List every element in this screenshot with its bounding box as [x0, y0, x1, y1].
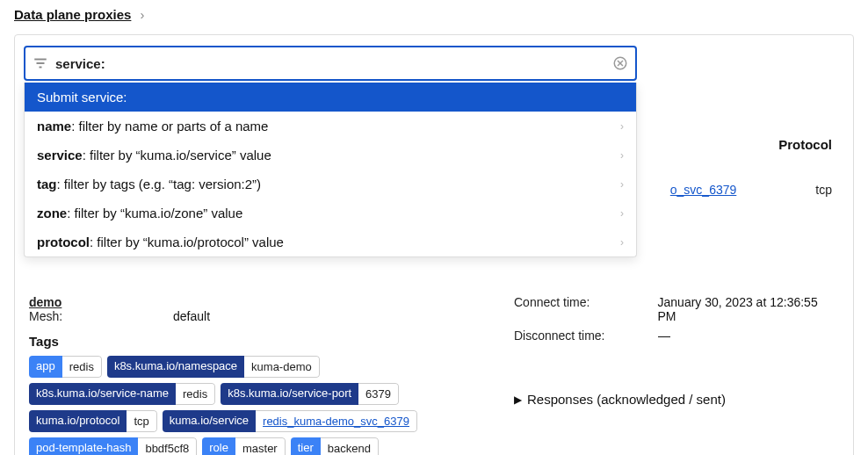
tag-key: role [202, 437, 235, 455]
details-right: Connect time: January 30, 2023 at 12:36:… [514, 295, 839, 455]
tag-role: rolemaster [202, 437, 285, 455]
chevron-right-icon: › [620, 149, 624, 162]
chevron-right-icon: › [620, 120, 624, 133]
tag-pod-template-hash: pod-template-hashbbdf5cf8 [29, 437, 197, 455]
table-row[interactable]: o_svc_6379 tcp [670, 183, 832, 197]
breadcrumb-link[interactable]: Data plane proxies [14, 7, 131, 22]
dropdown-item-label: service: filter by “kuma.io/service” val… [37, 148, 271, 162]
dropdown-submit-label: Submit service: [37, 90, 127, 105]
dropdown-submit[interactable]: Submit service: [25, 83, 636, 112]
protocol-cell: tcp [815, 183, 832, 197]
search-input[interactable] [48, 56, 612, 71]
tags-heading: Tags [29, 334, 486, 349]
search-box[interactable] [24, 46, 637, 81]
dropdown-item-label: name: filter by name or parts of a name [37, 119, 268, 134]
tag-key: app [29, 356, 62, 378]
tag-value: tcp [127, 410, 156, 432]
mesh-value: default [173, 309, 210, 323]
tag-app: appredis [29, 356, 102, 378]
disconnect-time-value: — [658, 329, 670, 343]
clear-icon[interactable] [612, 55, 628, 71]
tag-value: 6379 [358, 383, 399, 405]
tag-value: backend [321, 437, 379, 455]
dropdown-item-protocol[interactable]: protocol: filter by “kuma.io/protocol” v… [25, 228, 636, 256]
tag-tier: tierbackend [291, 437, 379, 455]
chevron-right-icon: › [141, 7, 145, 22]
breadcrumb: Data plane proxies › [0, 0, 868, 29]
responses-label: Responses (acknowledged / sent) [527, 392, 726, 407]
tag-key: kuma.io/protocol [29, 410, 127, 432]
tag-k8s-kuma-io-service-name: k8s.kuma.io/service-nameredis [29, 383, 215, 405]
tag-key: kuma.io/service [163, 410, 256, 432]
tag-kuma-io-protocol: kuma.io/protocoltcp [29, 410, 157, 432]
search-wrap: Submit service: name: filter by name or … [24, 46, 637, 81]
tag-value: bbdf5cf8 [138, 437, 197, 455]
details-left: demo Mesh: default Tags appredisk8s.kuma… [29, 295, 486, 455]
tag-key: k8s.kuma.io/service-port [221, 383, 358, 405]
tags-container: appredisk8s.kuma.io/namespacekuma-demok8… [29, 356, 486, 455]
tag-key: k8s.kuma.io/service-name [29, 383, 176, 405]
demo-link[interactable]: demo [29, 295, 486, 309]
dropdown-item-tag[interactable]: tag: filter by tags (e.g. “tag: version:… [25, 170, 636, 199]
filter-dropdown: Submit service: name: filter by name or … [24, 83, 637, 257]
column-header-protocol: Protocol [778, 137, 832, 152]
mesh-label: Mesh: [29, 309, 173, 323]
connect-time-label: Connect time: [514, 295, 658, 323]
tag-value: redis [176, 383, 215, 405]
dropdown-item-label: protocol: filter by “kuma.io/protocol” v… [37, 235, 284, 249]
details-section: demo Mesh: default Tags appredisk8s.kuma… [24, 295, 844, 455]
service-link-fragment[interactable]: o_svc_6379 [670, 183, 737, 197]
tag-value: kuma-demo [244, 356, 320, 378]
tag-kuma-io-service[interactable]: kuma.io/serviceredis_kuma-demo_svc_6379 [163, 410, 417, 432]
content-card: Submit service: name: filter by name or … [14, 34, 854, 455]
disconnect-time-label: Disconnect time: [514, 329, 658, 343]
tag-key: pod-template-hash [29, 437, 138, 455]
chevron-right-icon: › [620, 207, 624, 220]
caret-right-icon: ▶ [514, 394, 522, 406]
chevron-right-icon: › [620, 178, 624, 191]
dropdown-item-label: tag: filter by tags (e.g. “tag: version:… [37, 177, 261, 191]
dropdown-item-zone[interactable]: zone: filter by “kuma.io/zone” value› [25, 199, 636, 228]
tag-k8s-kuma-io-service-port: k8s.kuma.io/service-port6379 [221, 383, 399, 405]
dropdown-item-service[interactable]: service: filter by “kuma.io/service” val… [25, 141, 636, 170]
dropdown-item-label: zone: filter by “kuma.io/zone” value [37, 206, 242, 220]
tag-value: redis [62, 356, 102, 378]
tag-key: tier [291, 437, 321, 455]
responses-toggle[interactable]: ▶ Responses (acknowledged / sent) [514, 392, 839, 407]
tag-key: k8s.kuma.io/namespace [107, 356, 244, 378]
tag-value[interactable]: redis_kuma-demo_svc_6379 [256, 410, 417, 432]
tag-value: master [235, 437, 286, 455]
dropdown-item-name[interactable]: name: filter by name or parts of a name› [25, 112, 636, 141]
filter-icon [33, 55, 48, 71]
chevron-right-icon: › [620, 236, 624, 249]
connect-time-value: January 30, 2023 at 12:36:55 PM [658, 295, 839, 323]
tag-k8s-kuma-io-namespace: k8s.kuma.io/namespacekuma-demo [107, 356, 320, 378]
